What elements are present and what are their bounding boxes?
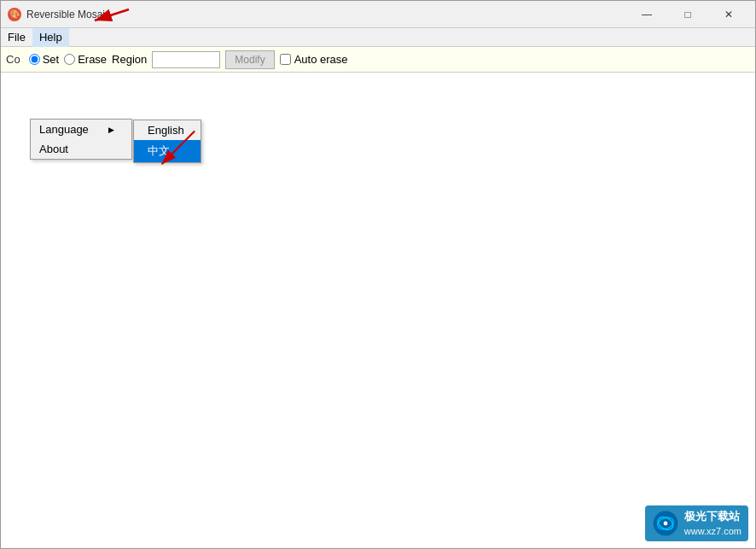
language-submenu: English 中文: [133, 120, 201, 163]
window-title: Reversible Mosaic: [26, 9, 627, 20]
svg-point-7: [663, 522, 667, 526]
help-dropdown-menu: Language English 中文 About: [30, 119, 132, 160]
watermark-box: 极光下载站 www.xz7.com: [645, 505, 748, 541]
maximize-button[interactable]: □: [668, 1, 707, 28]
watermark: 极光下载站 www.xz7.com: [645, 505, 748, 541]
english-option[interactable]: English: [134, 120, 201, 140]
language-label: Language: [39, 123, 89, 136]
auto-erase-option[interactable]: Auto erase: [280, 53, 348, 66]
set-radio-option[interactable]: Set: [29, 53, 60, 66]
mode-radio-group: Set Erase: [29, 53, 107, 66]
erase-label: Erase: [78, 53, 107, 66]
toolbar-co-label: Co: [6, 53, 20, 66]
language-menu-item[interactable]: Language English 中文: [31, 120, 131, 139]
set-label: Set: [43, 53, 60, 66]
minimize-button[interactable]: —: [627, 1, 666, 28]
close-button[interactable]: ✕: [709, 1, 748, 28]
erase-radio[interactable]: [64, 54, 75, 65]
main-window: 🎨 Reversible Mosaic — □ ✕ File Help Co: [0, 0, 756, 549]
set-radio[interactable]: [29, 54, 40, 65]
about-menu-item[interactable]: About: [31, 139, 131, 159]
watermark-site-name: 极光下载站: [684, 509, 741, 524]
watermark-logo-icon: [652, 510, 679, 537]
watermark-text: 极光下载站 www.xz7.com: [684, 509, 741, 538]
region-label: Region: [112, 53, 147, 66]
toolbar: Co Set Erase Region Modify Auto erase: [1, 47, 755, 73]
title-bar: 🎨 Reversible Mosaic — □ ✕: [1, 1, 755, 28]
chinese-option[interactable]: 中文: [134, 140, 201, 162]
auto-erase-checkbox[interactable]: [280, 54, 291, 65]
watermark-site-url: www.xz7.com: [684, 525, 741, 538]
auto-erase-label: Auto erase: [294, 53, 348, 66]
region-input[interactable]: [152, 51, 220, 68]
main-content: Language English 中文 About: [1, 73, 755, 548]
modify-button[interactable]: Modify: [225, 50, 274, 69]
erase-radio-option[interactable]: Erase: [64, 53, 107, 66]
app-icon: 🎨: [8, 8, 21, 21]
menu-item-help[interactable]: Help: [32, 28, 69, 47]
menu-bar: File Help: [1, 28, 755, 47]
window-controls: — □ ✕: [627, 1, 748, 28]
menu-item-file[interactable]: File: [1, 28, 32, 47]
